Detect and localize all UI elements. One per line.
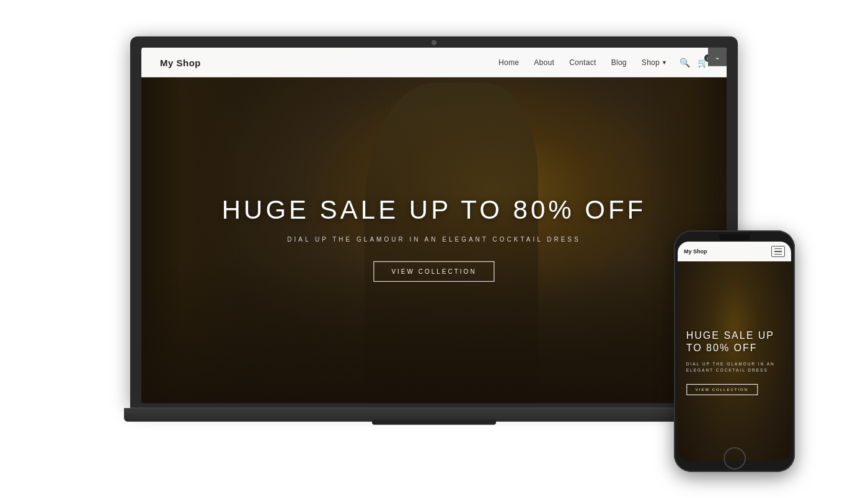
menu-line-3 <box>774 254 782 255</box>
laptop-device: ⌄ My Shop Home <box>130 37 738 445</box>
laptop-screen: ⌄ My Shop Home <box>141 48 727 403</box>
laptop-screen-bezel: ⌄ My Shop Home <box>130 37 738 408</box>
mobile-hero-content: HUGE SALE UP TO 80% OFF DIAL UP THE GLAM… <box>686 330 783 395</box>
nav-contact-link[interactable]: Contact <box>569 58 596 67</box>
shop-chevron-icon: ▼ <box>662 59 667 66</box>
corner-chevron-icon: ⌄ <box>714 53 720 61</box>
mobile-screen: My Shop HUGE SALE UP TO 80% OFF DIAL UP … <box>678 242 791 461</box>
laptop-nav-links: Home About Contact Blog Shop ▼ <box>498 58 667 67</box>
scene: ⌄ My Shop Home <box>0 0 868 498</box>
laptop-cta-button[interactable]: VIEW COLLECTION <box>373 261 494 282</box>
mobile-hero-title: HUGE SALE UP TO 80% OFF <box>686 330 783 356</box>
mobile-hero-subtitle: DIAL UP THE GLAMOUR IN AN ELEGANT COCKTA… <box>686 361 783 374</box>
mobile-navbar: My Shop <box>678 242 791 261</box>
laptop-nav-icons: 🔍 🛒 0 <box>680 58 708 68</box>
laptop-website: My Shop Home About Contact Blog Shop ▼ <box>141 48 727 403</box>
laptop-hero-subtitle: DIAL UP THE GLAMOUR IN AN ELEGANT COCKTA… <box>200 236 668 243</box>
mobile-website: My Shop HUGE SALE UP TO 80% OFF DIAL UP … <box>678 242 791 461</box>
mobile-home-button[interactable] <box>724 447 746 470</box>
hero-floor-gradient <box>141 261 727 403</box>
mobile-notch <box>719 234 750 240</box>
nav-shop-dropdown[interactable]: Shop ▼ <box>642 58 667 67</box>
laptop-nav-logo[interactable]: My Shop <box>160 57 201 68</box>
laptop-body: ⌄ My Shop Home <box>130 37 738 421</box>
laptop-hero-content: HUGE SALE UP TO 80% OFF DIAL UP THE GLAM… <box>200 195 668 282</box>
cart-icon[interactable]: 🛒 0 <box>698 58 708 68</box>
search-icon[interactable]: 🔍 <box>680 58 690 68</box>
laptop-camera <box>432 40 436 45</box>
laptop-foot <box>372 420 496 425</box>
laptop-hero-title: HUGE SALE UP TO 80% OFF <box>200 195 668 225</box>
mobile-cta-button[interactable]: VIEW COLLECTION <box>686 384 758 395</box>
mobile-menu-button[interactable] <box>771 246 785 257</box>
menu-line-2 <box>774 251 782 252</box>
menu-line-1 <box>774 248 782 250</box>
nav-shop-label[interactable]: Shop <box>642 58 660 67</box>
nav-about-link[interactable]: About <box>534 58 554 67</box>
nav-blog-link[interactable]: Blog <box>611 58 627 67</box>
nav-home-link[interactable]: Home <box>498 58 519 67</box>
mobile-device: My Shop HUGE SALE UP TO 80% OFF DIAL UP … <box>674 230 795 472</box>
corner-widget: ⌄ <box>708 48 727 66</box>
mobile-nav-logo[interactable]: My Shop <box>684 248 707 255</box>
mobile-bezel: My Shop HUGE SALE UP TO 80% OFF DIAL UP … <box>674 230 795 472</box>
laptop-navbar: My Shop Home About Contact Blog Shop ▼ <box>141 48 727 77</box>
